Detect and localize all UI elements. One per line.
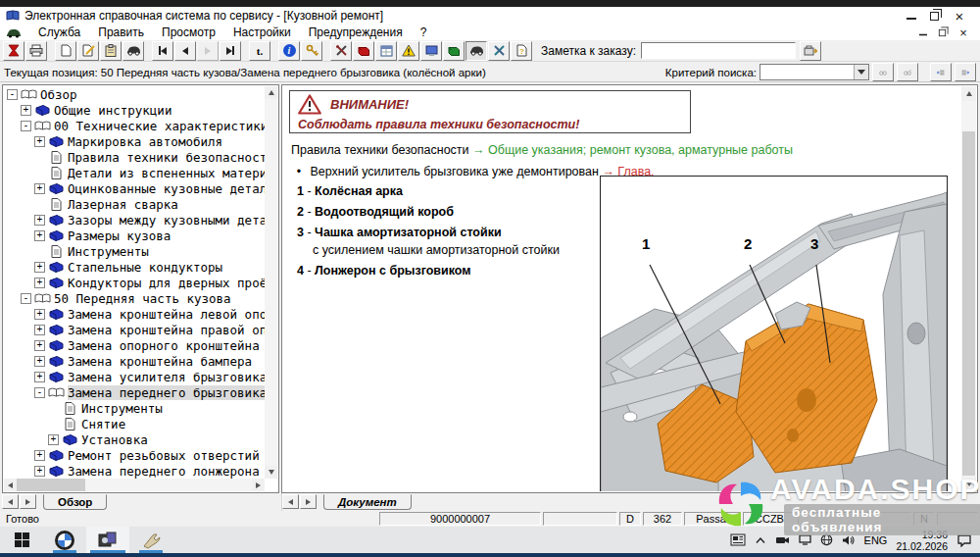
- monitor-button[interactable]: [420, 41, 442, 61]
- info-button[interactable]: i: [278, 41, 300, 61]
- tree-item-galvanized-parts[interactable]: Оцинкованные кузовные детали: [4, 180, 265, 196]
- tree-item-body-dimensions[interactable]: Размеры кузова: [4, 228, 265, 243]
- mdi-close-icon[interactable]: ×: [956, 26, 970, 38]
- tree-expand-toggle[interactable]: [34, 230, 45, 241]
- tree-item-foam-parts[interactable]: Детали из вспененных материалов: [4, 165, 265, 180]
- tree-item-door-jigs[interactable]: Кондукторы для дверных проёмов: [4, 275, 265, 290]
- tab-scroll-left-button[interactable]: [2, 494, 19, 509]
- tree-item-safety-rules[interactable]: Правила техники безопасности: [4, 149, 265, 165]
- tree-item-front-body[interactable]: 50 Передняя часть кузова: [4, 290, 265, 306]
- new-document-button[interactable]: [55, 41, 76, 61]
- language-indicator[interactable]: ENG: [864, 534, 888, 546]
- search-criterion-combobox[interactable]: [760, 64, 869, 80]
- network-globe-icon[interactable]: [820, 533, 833, 546]
- tree-item-tools[interactable]: Инструменты: [4, 243, 265, 259]
- mdi-restore-icon[interactable]: [939, 28, 946, 35]
- tree-expand-toggle[interactable]: [34, 340, 45, 351]
- warning-list-button[interactable]: [398, 41, 419, 61]
- tab-scroll-right-button[interactable]: [20, 494, 36, 509]
- tree-expand-toggle[interactable]: [34, 450, 45, 461]
- help-document-button[interactable]: ?: [511, 41, 532, 61]
- tree-item-technical-data[interactable]: 00 Технические характеристики: [4, 118, 265, 133]
- nav-next-button[interactable]: [197, 41, 219, 61]
- green-book-button[interactable]: [443, 41, 465, 61]
- search-next-button[interactable]: [897, 63, 918, 81]
- document-vertical-scrollbar[interactable]: [961, 86, 976, 491]
- display-icon[interactable]: [799, 534, 811, 545]
- tree-item-right-bracket[interactable]: Замена кронштейна правой опоры: [4, 322, 265, 337]
- close-icon[interactable]: ×: [953, 10, 966, 22]
- menu-edit[interactable]: Править: [89, 25, 153, 39]
- print-button[interactable]: [25, 41, 47, 61]
- tree-horizontal-scrollbar[interactable]: [4, 479, 265, 491]
- minimize-icon[interactable]: [906, 13, 916, 20]
- teal-tools-button[interactable]: [488, 41, 510, 61]
- note-print-button[interactable]: [800, 41, 821, 61]
- tree-item-general-instructions[interactable]: Общие инструкции: [4, 102, 265, 118]
- tools-button[interactable]: [330, 41, 352, 61]
- scrollbar-thumb[interactable]: [17, 479, 85, 491]
- tab-overview[interactable]: Обзор: [43, 494, 107, 510]
- red-book-button[interactable]: [353, 41, 374, 61]
- safety-rules-link[interactable]: Общие указания; ремонт кузова, арматурны…: [488, 143, 793, 157]
- jump-list-forward-button[interactable]: [955, 63, 976, 81]
- copy-document-button[interactable]: [100, 41, 122, 61]
- tab-document[interactable]: Документ: [323, 494, 412, 510]
- scroll-up-button[interactable]: [961, 86, 976, 101]
- taskbar-clock[interactable]: 19:36 21.02.2026: [896, 529, 948, 552]
- tree-expand-toggle[interactable]: [21, 105, 31, 116]
- vehicle-button[interactable]: [122, 41, 144, 61]
- tree-expand-toggle[interactable]: [34, 372, 45, 382]
- scroll-down-button[interactable]: [265, 466, 277, 479]
- tree-item-left-bracket[interactable]: Замена кронштейна левой опоры: [4, 306, 265, 322]
- tree-collapse-toggle[interactable]: [34, 387, 45, 398]
- tree-item-fender-tools[interactable]: Инструменты: [4, 400, 265, 416]
- order-note-input[interactable]: [641, 42, 796, 59]
- tab-scroll-left-button[interactable]: [282, 494, 299, 509]
- tree-expand-toggle[interactable]: [34, 356, 45, 367]
- video-device-icon[interactable]: [775, 535, 790, 545]
- search-prev-button[interactable]: [872, 63, 894, 81]
- tree-item-removal[interactable]: Снятие: [4, 416, 265, 431]
- tree-item-front-fender-replacement[interactable]: Замена переднего брызговика: [4, 384, 265, 400]
- tree-collapse-toggle[interactable]: [21, 293, 31, 304]
- taskbar-app-tool[interactable]: [129, 527, 172, 553]
- tree-item-thread-repair[interactable]: Ремонт резьбовых отверстий п: [4, 447, 265, 463]
- taskbar-app-service-system[interactable]: [86, 527, 129, 553]
- body-repair-button[interactable]: [466, 41, 487, 61]
- tree-expand-toggle[interactable]: [34, 325, 45, 335]
- nav-last-button[interactable]: [220, 41, 241, 61]
- tree-expand-toggle[interactable]: [34, 183, 45, 194]
- tree-item-body-gaps[interactable]: Зазоры между кузовными деталями: [4, 212, 265, 228]
- nav-prev-button[interactable]: [174, 41, 196, 61]
- menu-warnings[interactable]: Предупреждения: [300, 25, 412, 39]
- tree-item-front-rail-replacement[interactable]: Замена переднего лонжерона: [4, 463, 265, 479]
- restore-icon[interactable]: [930, 12, 939, 21]
- tree-expand-toggle[interactable]: [34, 136, 45, 147]
- menu-settings[interactable]: Настройки: [224, 25, 300, 39]
- tree-item-installation[interactable]: Установка: [4, 431, 265, 447]
- edit-document-button[interactable]: [77, 41, 99, 61]
- nav-first-button[interactable]: [152, 41, 173, 61]
- volume-icon[interactable]: [842, 534, 856, 546]
- news-reader-icon[interactable]: [730, 533, 746, 546]
- menu-view[interactable]: Просмотр: [153, 25, 224, 39]
- text-mode-button[interactable]: t.: [249, 41, 270, 61]
- tree-expand-toggle[interactable]: [34, 262, 45, 273]
- key-button[interactable]: [301, 41, 322, 61]
- tray-expand-chevron-icon[interactable]: [755, 536, 766, 544]
- scroll-right-button[interactable]: [252, 479, 265, 491]
- taskbar-app-bmw[interactable]: [43, 527, 86, 553]
- jump-list-back-button[interactable]: [930, 63, 952, 81]
- tree-item-fender-reinforcement[interactable]: Замена усилителя брызговика: [4, 369, 265, 384]
- stop-button[interactable]: [3, 41, 24, 61]
- mdi-minimize-icon[interactable]: [919, 29, 927, 35]
- tree-vertical-scrollbar[interactable]: [265, 86, 277, 479]
- tree-expand-toggle[interactable]: [34, 309, 45, 320]
- tree-expand-toggle[interactable]: [48, 434, 59, 445]
- report-button[interactable]: [375, 41, 397, 61]
- scrollbar-thumb[interactable]: [962, 131, 975, 476]
- tree-expand-toggle[interactable]: [34, 215, 45, 226]
- menu-help[interactable]: ?: [412, 25, 436, 39]
- tree-item-vehicle-marking[interactable]: Маркировка автомобиля: [4, 133, 265, 149]
